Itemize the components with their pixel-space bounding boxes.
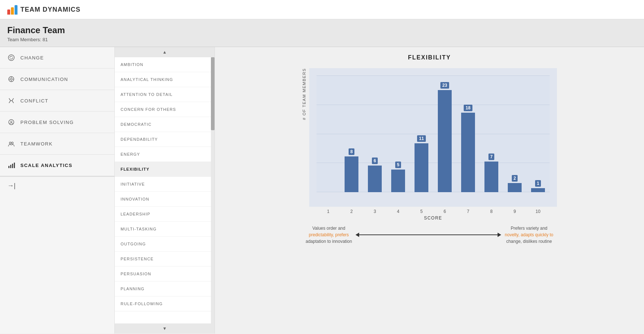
bar-column-6: 23 (433, 75, 456, 192)
nav-item-change[interactable]: CHANGE (0, 47, 114, 69)
problem-solving-icon (7, 118, 15, 126)
svg-point-8 (9, 120, 14, 125)
nav-item-conflict[interactable]: CONFLICT (0, 90, 114, 112)
scale-item-attention-to-detail[interactable]: ATTENTION TO DETAIL (115, 87, 215, 102)
x-tick-5: 5 (410, 209, 433, 214)
scale-item-dependability[interactable]: DEPENDABILITY (115, 132, 215, 147)
left-arrowhead (356, 233, 359, 237)
x-tick-10: 10 (526, 209, 550, 214)
arrow-row: Values order and predictability, prefers… (302, 225, 557, 245)
nav-item-communication[interactable]: COMMUNICATION (0, 69, 114, 90)
scale-scroll-area[interactable]: AMBITIONANALYTICAL THINKINGATTENTION TO … (115, 57, 215, 323)
right-arrowhead (498, 233, 501, 237)
chart-main: 865112318721 12345678910 SCORE (309, 68, 557, 221)
bar-column-4: 5 (386, 75, 410, 192)
bar-10: 1 (531, 188, 545, 192)
scale-list: ▲ AMBITIONANALYTICAL THINKINGATTENTION T… (115, 47, 215, 334)
team-title: Finance Team (7, 25, 637, 35)
scale-item-initiative[interactable]: INITIATIVE (115, 177, 215, 192)
nav-label-teamwork: TEAMWORK (20, 141, 53, 147)
scale-item-analytical-thinking[interactable]: ANALYTICAL THINKING (115, 72, 215, 87)
bar-label-2: 8 (349, 148, 355, 155)
scale-item-flexibility[interactable]: FLEXIBILITY (115, 162, 215, 177)
communication-icon (7, 75, 15, 83)
bar-5: 11 (415, 143, 428, 192)
logo-icon (7, 4, 17, 15)
bar-label-9: 2 (512, 175, 518, 182)
bar-label-6: 23 (440, 82, 449, 89)
scale-item-democratic[interactable]: DEMOCRATIC (115, 117, 215, 132)
x-axis-label: SCORE (309, 215, 557, 221)
bar-8: 7 (484, 162, 498, 192)
scale-item-energy[interactable]: ENERGY (115, 147, 215, 162)
bar-column-3: 6 (363, 75, 386, 192)
svg-point-2 (11, 78, 12, 80)
scale-item-innovation[interactable]: INNOVATION (115, 192, 215, 207)
bar-column-7: 18 (456, 75, 480, 192)
bar-column-1 (317, 75, 340, 192)
logo-bar-orange (11, 7, 14, 15)
bar-label-5: 11 (417, 135, 425, 142)
sidebar-nav: CHANGE COMMUNICATION (0, 47, 115, 334)
bar-4: 5 (391, 170, 405, 192)
chart-background: 865112318721 (309, 68, 557, 207)
nav-item-scale-analytics[interactable]: SCALE ANALYTICS (0, 155, 114, 176)
conflict-icon (7, 97, 15, 105)
scale-item-leadership[interactable]: LEADERSHIP (115, 207, 215, 222)
bar-label-3: 6 (372, 158, 378, 164)
scroll-down-button[interactable]: ▼ (115, 323, 215, 334)
nav-label-problem-solving: PROBLEM SOLVING (20, 120, 74, 125)
chart-area: FLEXIBILITY # OF TEAM MEMBERS 8651123187… (215, 47, 644, 334)
x-tick-8: 8 (480, 209, 503, 214)
bar-column-2: 8 (340, 75, 363, 192)
bar-7: 18 (461, 113, 475, 192)
svg-point-0 (8, 55, 14, 61)
bar-column-9: 2 (503, 75, 526, 192)
scale-item-multi-tasking[interactable]: MULTI-TASKING (115, 222, 215, 237)
scale-item-rule-following[interactable]: RULE-FOLLOWING (115, 296, 215, 311)
bar-label-8: 7 (488, 154, 495, 160)
nav-label-conflict: CONFLICT (20, 98, 48, 104)
bar-6: 23 (438, 90, 452, 192)
scale-analytics-icon (7, 161, 15, 169)
team-members-count: Team Members: 81 (7, 37, 637, 42)
x-tick-2: 2 (340, 209, 363, 214)
collapse-icon: →| (7, 182, 16, 190)
scale-item-ambition[interactable]: AMBITION (115, 57, 215, 72)
x-tick-4: 4 (386, 209, 410, 214)
left-description: Values order and predictability, prefers… (306, 225, 352, 245)
right-description: Prefers variety and novelty, adapts quic… (505, 225, 553, 245)
bar-column-10: 1 (526, 75, 550, 192)
scale-item-planning[interactable]: PLANNING (115, 281, 215, 296)
arrow-line (356, 233, 501, 237)
logo-text: TEAM DYNAMICS (20, 6, 80, 13)
bar-3: 6 (368, 166, 382, 192)
svg-rect-13 (10, 165, 11, 168)
logo-area: TEAM DYNAMICS (7, 4, 80, 15)
scale-item-concern-for-others[interactable]: CONCERN FOR OTHERS (115, 102, 215, 117)
nav-item-teamwork[interactable]: TEAMWORK (0, 133, 114, 155)
bar-chart-container: # OF TEAM MEMBERS 865112318721 12345 (302, 68, 557, 221)
scale-item-persuasion[interactable]: PERSUASION (115, 267, 215, 281)
svg-rect-15 (14, 163, 15, 168)
main-layout: CHANGE COMMUNICATION (0, 47, 644, 334)
bar-9: 2 (508, 183, 522, 192)
x-axis: 12345678910 (309, 207, 557, 214)
bar-column-5: 11 (410, 75, 433, 192)
x-tick-9: 9 (503, 209, 526, 214)
collapse-button[interactable]: →| (0, 176, 114, 195)
top-header: TEAM DYNAMICS (0, 0, 644, 19)
scrollbar-thumb[interactable] (211, 57, 215, 130)
svg-point-11 (12, 142, 13, 144)
sidebar-bottom: →| (0, 176, 114, 195)
svg-point-10 (9, 142, 11, 144)
scale-item-outgoing[interactable]: OUTGOING (115, 237, 215, 252)
scrollbar[interactable] (211, 57, 215, 323)
team-header: Finance Team Team Members: 81 (0, 19, 644, 47)
scroll-up-button[interactable]: ▲ (115, 47, 215, 57)
svg-point-9 (11, 121, 12, 123)
scale-item-persistence[interactable]: PERSISTENCE (115, 252, 215, 267)
bar-2: 8 (345, 156, 358, 192)
scale-list-inner: AMBITIONANALYTICAL THINKINGATTENTION TO … (115, 57, 215, 323)
nav-item-problem-solving[interactable]: PROBLEM SOLVING (0, 112, 114, 133)
